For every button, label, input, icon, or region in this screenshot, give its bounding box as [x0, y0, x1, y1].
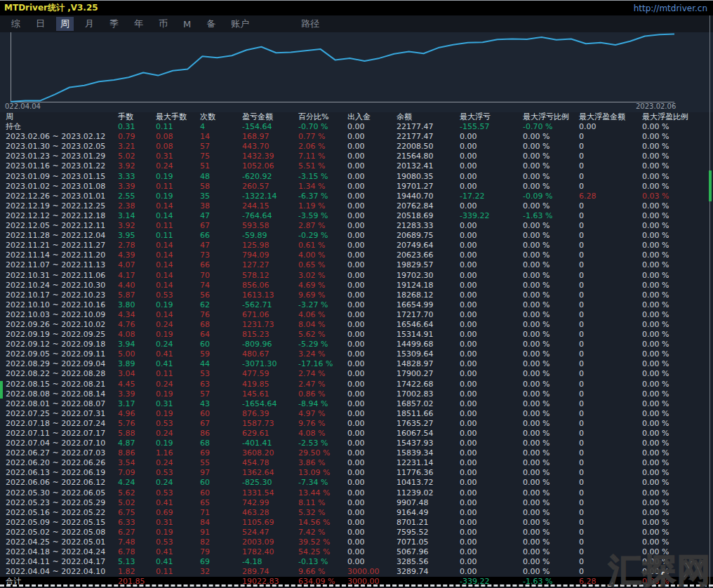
right-window-edge	[709, 15, 710, 588]
table-row[interactable]: 2022.06.06 ~ 2022.06.124.240.2460-825.30…	[0, 478, 713, 488]
column-header[interactable]: 最大手数	[150, 112, 194, 122]
table-row[interactable]: 2022.10.17 ~ 2022.10.235.870.53561613.13…	[0, 290, 713, 300]
app-url-link[interactable]: http://mtdriver.cn	[634, 4, 709, 13]
table-row[interactable]: 2022.07.11 ~ 2022.07.175.880.2486629.614…	[0, 429, 713, 439]
table-row[interactable]: 2022.07.18 ~ 2022.07.245.760.53671587.73…	[0, 419, 713, 429]
table-row[interactable]: 2022.08.08 ~ 2022.08.143.390.1957145.610…	[0, 389, 713, 399]
table-row[interactable]: 2022.04.04 ~ 2022.04.101.820.1132289.749…	[0, 567, 713, 577]
menu-item-3[interactable]: 月	[81, 17, 98, 31]
table-cell: 60	[194, 478, 236, 488]
column-header[interactable]: 最大浮盈比例	[637, 112, 713, 122]
table-cell: 0.00	[454, 478, 517, 488]
menu-item-6[interactable]: 币	[154, 17, 172, 31]
column-header[interactable]: 最大浮盈金额	[573, 112, 637, 122]
menu-item-5[interactable]: 年	[130, 17, 147, 31]
table-cell: 0.00 %	[517, 458, 573, 468]
table-row[interactable]: 2022.04.11 ~ 2022.04.175.130.4169-4.18-0…	[0, 557, 713, 567]
menu-item-1[interactable]: 日	[32, 17, 49, 31]
table-row[interactable]: 2022.06.27 ~ 2022.07.038.861.16693608.20…	[0, 448, 713, 458]
table-row[interactable]: 2022.08.01 ~ 2022.08.073.170.3143-1654.6…	[0, 399, 713, 409]
table-row[interactable]: 2022.12.19 ~ 2022.12.252.380.1438244.151…	[0, 201, 713, 211]
column-header[interactable]: 手数	[112, 112, 150, 122]
table-row[interactable]: 2022.08.22 ~ 2022.08.283.040.1153477.592…	[0, 369, 713, 379]
table-cell: 0.00	[454, 281, 517, 290]
table-row[interactable]: 2022.10.24 ~ 2022.10.304.400.1474856.064…	[0, 281, 713, 290]
table-cell: 67	[194, 419, 236, 429]
table-row[interactable]: 2022.09.05 ~ 2022.09.115.000.4159480.673…	[0, 349, 713, 359]
menu-item-8[interactable]: 备	[202, 17, 220, 31]
table-row[interactable]: 2022.05.16 ~ 2022.05.226.750.6971463.285…	[0, 508, 713, 518]
table-row[interactable]: 2022.08.15 ~ 2022.08.214.450.2463419.852…	[0, 380, 713, 389]
table-cell: 0.53	[150, 488, 194, 498]
table-row[interactable]: 2022.12.26 ~ 2023.01.012.550.1935-1322.1…	[0, 192, 713, 201]
table-row[interactable]: 2022.11.21 ~ 2022.11.272.780.1447125.980…	[0, 241, 713, 250]
table-row[interactable]: 2022.10.10 ~ 2022.10.163.800.1962-562.71…	[0, 300, 713, 310]
table-row[interactable]: 2022.09.12 ~ 2022.09.183.940.2460-809.96…	[0, 340, 713, 349]
table-row[interactable]: 2023.01.02 ~ 2023.01.083.390.1158260.571…	[0, 182, 713, 192]
table-cell: 3.02 %	[293, 271, 342, 281]
table-row[interactable]: 持仓0.310.114-154.64-0.70 %0.0022177.47-15…	[0, 122, 713, 132]
table-cell: 876.39	[236, 409, 293, 419]
menu-item-9[interactable]: 账户	[227, 17, 253, 31]
table-cell: 0.00	[342, 152, 391, 161]
table-cell: 2.38	[112, 201, 150, 211]
balance-chart: 022.04.04 2023.02.06	[0, 32, 713, 112]
table-cell: 0.11	[150, 231, 194, 241]
table-row[interactable]: 2023.01.30 ~ 2023.02.053.210.0857443.702…	[0, 142, 713, 152]
table-cell: 0.00 %	[517, 528, 573, 537]
table-row[interactable]: 2022.09.19 ~ 2022.09.254.080.1964815.235…	[0, 330, 713, 340]
table-row[interactable]: 2022.05.02 ~ 2022.05.086.270.1991524.477…	[0, 528, 713, 537]
table-cell: 19124.18	[391, 281, 454, 290]
table-row[interactable]: 2023.01.16 ~ 2023.01.223.920.24511052.06…	[0, 161, 713, 171]
table-row[interactable]: 2022.08.29 ~ 2022.09.043.890.4144-3071.3…	[0, 359, 713, 369]
table-row[interactable]: 2022.07.25 ~ 2022.07.314.960.1960876.394…	[0, 409, 713, 419]
table-row[interactable]: 2023.02.06 ~ 2023.02.120.790.0814168.970…	[0, 132, 713, 142]
column-header[interactable]: 次数	[194, 112, 236, 122]
table-cell: 3.89	[112, 359, 150, 369]
table-row[interactable]: 2022.05.09 ~ 2022.05.156.330.31841105.69…	[0, 518, 713, 528]
table-cell: 0.00	[342, 300, 391, 310]
table-row[interactable]: 2022.07.04 ~ 2022.07.104.870.1968-401.41…	[0, 439, 713, 448]
table-cell: 0.00	[342, 399, 391, 409]
column-header[interactable]: 周	[0, 112, 112, 122]
table-cell: 57	[194, 389, 236, 399]
table-row[interactable]: 2022.09.26 ~ 2022.10.024.760.24681231.73…	[0, 320, 713, 330]
column-header[interactable]: 盈亏金额	[236, 112, 293, 122]
column-header[interactable]: 出入金	[342, 112, 391, 122]
table-cell: 0.11	[150, 122, 194, 132]
menu-item-10[interactable]: 路径	[297, 17, 324, 31]
table-row[interactable]: 2022.06.20 ~ 2022.06.263.540.2455454.783…	[0, 458, 713, 468]
table-cell: 0.00	[454, 389, 517, 399]
table-row[interactable]: 2022.12.05 ~ 2022.12.113.920.1167593.582…	[0, 221, 713, 231]
table-row[interactable]: 2023.01.23 ~ 2023.01.295.020.31751432.39…	[0, 152, 713, 161]
table-cell: 2022.08.08 ~ 2022.08.14	[0, 389, 112, 399]
table-row[interactable]: 2022.04.18 ~ 2022.04.246.780.41791782.40…	[0, 547, 713, 557]
column-header[interactable]: 最大浮亏	[454, 112, 517, 122]
table-row[interactable]: 2022.10.31 ~ 2022.11.064.170.1470578.123…	[0, 271, 713, 281]
table-row[interactable]: 2022.11.14 ~ 2022.11.204.390.1473794.094…	[0, 250, 713, 260]
column-header[interactable]: 最大浮亏比例	[517, 112, 573, 122]
table-cell: -0.29 %	[293, 231, 342, 241]
column-header[interactable]: 百分比%	[293, 112, 342, 122]
column-header[interactable]: 余额	[391, 112, 454, 122]
menu-item-7[interactable]: M	[179, 18, 195, 30]
table-row[interactable]: 2022.10.03 ~ 2022.10.094.340.1476671.064…	[0, 310, 713, 320]
table-cell: 0.00 %	[517, 290, 573, 300]
table-row[interactable]: 2022.11.28 ~ 2022.12.043.950.1166-59.89-…	[0, 231, 713, 241]
table-cell: 0.00	[342, 172, 391, 182]
table-row[interactable]: 2022.04.25 ~ 2022.05.017.480.53822003.09…	[0, 537, 713, 547]
table-row[interactable]: 2022.11.07 ~ 2022.11.134.070.1466127.270…	[0, 260, 713, 270]
table-row[interactable]: 2022.05.23 ~ 2022.05.295.020.4165742.998…	[0, 498, 713, 508]
table-row[interactable]: 2023.01.09 ~ 2023.01.153.330.1948-620.92…	[0, 172, 713, 182]
menu-item-2[interactable]: 周	[56, 17, 74, 31]
table-row[interactable]: 2022.05.30 ~ 2022.06.055.620.53601331.54…	[0, 488, 713, 498]
table-row[interactable]: 2022.06.13 ~ 2022.06.197.090.53971362.64…	[0, 468, 713, 478]
table-cell: 2.06 %	[293, 142, 342, 152]
table-cell: 3289.74	[391, 567, 454, 577]
table-cell: 0.00	[454, 498, 517, 508]
table-row[interactable]: 2022.12.12 ~ 2022.12.183.140.1447-764.64…	[0, 211, 713, 221]
table-cell: 0.00	[342, 369, 391, 379]
menu-item-0[interactable]: 综	[7, 17, 25, 31]
table-cell: 2022.05.30 ~ 2022.06.05	[0, 488, 112, 498]
menu-item-4[interactable]: 季	[105, 17, 123, 31]
